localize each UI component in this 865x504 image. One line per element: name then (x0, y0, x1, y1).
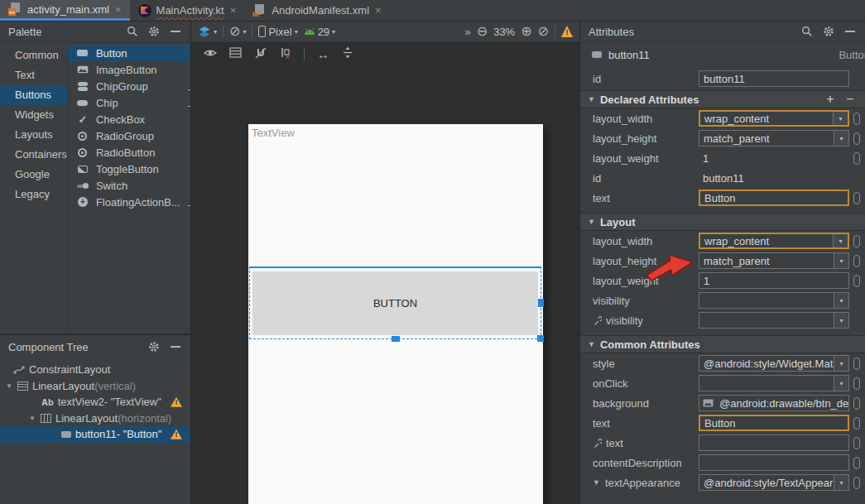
style-dropdown[interactable]: @android:style/Widget.Mat▾ (699, 355, 849, 372)
tools-attribute-pill-icon[interactable] (853, 132, 860, 145)
tree-item-textview2[interactable]: Ab textView2- "TextView" ! (0, 394, 190, 410)
remove-attribute-button[interactable]: − (843, 93, 858, 106)
tools-attribute-pill-icon[interactable] (853, 477, 860, 489)
resize-handle-right[interactable] (538, 299, 544, 307)
palette-category-layouts[interactable]: Layouts (0, 125, 67, 145)
close-tab-icon[interactable]: × (114, 4, 123, 15)
expand-arrow-icon[interactable]: ▼ (28, 415, 36, 422)
palette-item-imagebutton[interactable]: ImageButton (68, 61, 190, 78)
design-mode-selector[interactable]: ▾ (198, 26, 217, 38)
resize-handle-corner[interactable] (537, 335, 544, 342)
palette-item-togglebutton[interactable]: ToggleButton (68, 161, 190, 177)
tools-attribute-pill-icon[interactable] (853, 275, 860, 287)
orientation-selector[interactable]: ⊘ ▾ (229, 25, 246, 38)
toolbar-overflow-button[interactable]: » (465, 26, 471, 38)
section-layout[interactable]: ▼ Layout (580, 213, 865, 231)
text-field[interactable]: Button (699, 190, 849, 206)
id-input[interactable] (699, 70, 849, 87)
expand-arrow-icon[interactable]: ▼ (5, 382, 13, 390)
zoom-out-button[interactable]: ⊖ (477, 25, 488, 38)
canvas-selection-box[interactable]: BUTTON (249, 266, 541, 339)
palette-item-chipgroup[interactable]: ChipGroup ↓ (68, 78, 190, 94)
add-attribute-button[interactable]: + (823, 93, 838, 106)
tree-item-constraintlayout[interactable]: ConstraintLayout (0, 362, 190, 378)
palette-category-common[interactable]: Common (0, 46, 67, 65)
palette-item-radiobutton[interactable]: RadioButton (68, 144, 190, 161)
tab-androidmanifest-xml[interactable]: MF AndroidManifest.xml × (244, 0, 389, 21)
gear-icon[interactable] (147, 340, 161, 353)
warnings-button[interactable]: ! (561, 26, 573, 37)
tab-mainactivity-kt[interactable]: MainActivity.kt × (130, 0, 245, 21)
tools-attribute-pill-icon[interactable] (853, 235, 860, 247)
tools-attribute-pill-icon[interactable] (853, 457, 860, 469)
blueprint-grid-icon[interactable] (229, 47, 242, 60)
clear-constraints-icon[interactable]: x (280, 46, 291, 61)
warning-icon[interactable]: ! (171, 430, 182, 439)
search-icon[interactable] (126, 25, 139, 38)
tree-item-button11[interactable]: button11- "Button" ! (0, 426, 190, 443)
tools-attribute-pill-icon[interactable] (853, 417, 860, 430)
tools-attribute-pill-icon[interactable] (853, 397, 860, 410)
resize-handle-bottom[interactable] (392, 336, 400, 342)
layout-height-dropdown[interactable]: match_parent▾ (699, 130, 849, 146)
tools-attribute-pill-icon[interactable] (853, 152, 860, 165)
close-tab-icon[interactable]: × (229, 5, 238, 16)
tree-item-linearlayout-horizontal[interactable]: ▼ LinearLayout(horizontal) (0, 410, 190, 427)
id-value[interactable]: button11 (699, 172, 744, 185)
tab-activity-main-xml[interactable]: <> activity_main.xml × (0, 0, 130, 21)
minimize-icon[interactable] (169, 25, 182, 38)
warning-icon[interactable]: ! (171, 397, 182, 407)
preview-eye-icon[interactable] (204, 48, 217, 60)
tools-visibility-dropdown[interactable]: ▾ (699, 312, 849, 329)
contentdescription-field[interactable] (699, 454, 849, 471)
palette-item-chip[interactable]: Chip ↓ (68, 94, 190, 111)
tree-item-linearlayout-vertical[interactable]: ▼ LinearLayout(vertical) (0, 378, 190, 395)
tools-text-field[interactable] (699, 434, 849, 451)
palette-category-widgets[interactable]: Widgets (0, 105, 67, 125)
layout-weight-field[interactable]: 1 (699, 272, 849, 289)
tools-attribute-pill-icon[interactable] (853, 358, 860, 370)
textappearance-dropdown[interactable]: @android:style/TextAppear▾ (699, 474, 849, 491)
zoom-to-fit-button[interactable]: ⊘ (538, 25, 549, 38)
palette-item-switch[interactable]: Switch (68, 177, 190, 194)
pack-distribute-icon[interactable] (342, 46, 353, 61)
minimize-icon[interactable] (843, 25, 857, 38)
minimize-icon[interactable] (169, 340, 182, 353)
tools-attribute-pill-icon[interactable] (853, 255, 860, 267)
palette-item-radiogroup[interactable]: RadioGroup (68, 127, 190, 144)
palette-item-floatingactionbutton[interactable]: + FloatingActionB... ↓ (68, 194, 190, 210)
layout-height-dropdown[interactable]: match_parent▾ (699, 252, 849, 269)
gear-icon[interactable] (147, 25, 161, 38)
background-field[interactable]: @android:drawable/btn_defau (699, 395, 849, 411)
text-field[interactable]: Button (699, 415, 849, 431)
palette-category-legacy[interactable]: Legacy (0, 185, 67, 204)
layout-width-dropdown[interactable]: wrap_content▾ (699, 233, 849, 249)
close-tab-icon[interactable]: × (374, 5, 382, 16)
section-common-attributes[interactable]: ▼ Common Attributes (580, 335, 865, 353)
expand-arrow-icon[interactable]: ▼ (593, 478, 600, 487)
device-canvas[interactable]: TextView BUTTON (248, 124, 543, 504)
tools-attribute-pill-icon[interactable] (853, 192, 860, 204)
palette-category-buttons[interactable]: Buttons (0, 85, 67, 105)
device-selector[interactable]: Pixel ▾ (258, 26, 297, 38)
search-icon[interactable] (800, 25, 814, 38)
layout-weight-value[interactable]: 1 (699, 152, 709, 165)
palette-category-google[interactable]: Google (0, 165, 67, 185)
gear-icon[interactable] (822, 25, 835, 38)
onclick-dropdown[interactable]: ▾ (699, 375, 849, 391)
default-margins-icon[interactable]: ↔ (317, 47, 329, 61)
layout-width-dropdown[interactable]: wrap_content▾ (699, 110, 849, 127)
zoom-in-button[interactable]: ⊕ (521, 25, 531, 38)
section-declared-attributes[interactable]: ▼ Declared Attributes + − (580, 90, 865, 108)
palette-item-button[interactable]: Button (68, 45, 190, 61)
palette-category-containers[interactable]: Containers (0, 145, 67, 165)
canvas-textview[interactable]: TextView (252, 127, 295, 139)
autoconnect-off-magnet-icon[interactable] (254, 46, 267, 62)
canvas-button[interactable]: BUTTON (252, 271, 538, 335)
palette-item-checkbox[interactable]: ✓ CheckBox (68, 111, 190, 127)
visibility-dropdown[interactable]: ▾ (699, 292, 849, 309)
tools-attribute-pill-icon[interactable] (853, 113, 860, 125)
palette-category-text[interactable]: Text (0, 65, 67, 85)
api-level-selector[interactable]: 29 ▾ (304, 26, 335, 38)
tools-attribute-pill-icon[interactable] (853, 377, 860, 390)
